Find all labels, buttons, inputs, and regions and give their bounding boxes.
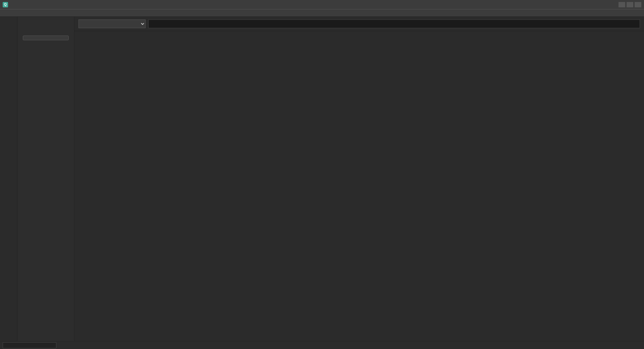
window-controls [619, 2, 641, 7]
minimize-button[interactable] [619, 2, 625, 7]
left-panel [17, 17, 74, 341]
main-content [74, 17, 644, 341]
app-icon: Q [3, 2, 8, 7]
maximize-button[interactable] [627, 2, 633, 7]
examples-grid [74, 31, 644, 341]
menu-bar [0, 9, 644, 17]
title-bar: Q [0, 0, 644, 9]
content-toolbar [74, 17, 644, 31]
locate-input[interactable] [3, 342, 56, 348]
new-to-qt-section [20, 28, 71, 43]
get-started-button[interactable] [23, 36, 69, 40]
search-input[interactable] [148, 19, 640, 28]
left-bottom-links [20, 333, 71, 338]
kit-selector[interactable] [78, 19, 146, 28]
icon-sidebar [0, 17, 17, 341]
title-bar-left: Q [3, 2, 10, 7]
status-bar [0, 341, 644, 349]
close-button[interactable] [635, 2, 641, 7]
